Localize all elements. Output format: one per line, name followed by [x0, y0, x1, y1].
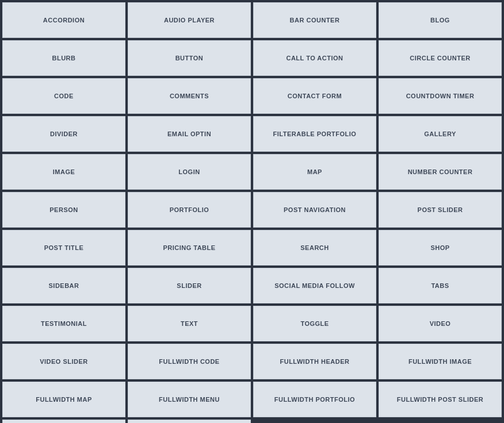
module-item-label: POST SLIDER	[415, 204, 465, 216]
module-item-label: ACCORDION	[41, 14, 87, 26]
module-item-testimonial[interactable]: TESTIMONIAL	[2, 306, 125, 341]
module-item-filterable-portfolio[interactable]: FILTERABLE PORTFOLIO	[253, 116, 376, 152]
module-item-login[interactable]: LOGIN	[128, 154, 251, 190]
module-item-empty	[379, 420, 502, 423]
module-item-label: VIDEO	[427, 318, 453, 329]
module-item-circle-counter[interactable]: CIRCLE COUNTER	[379, 40, 502, 76]
module-item-label: CALL TO ACTION	[284, 52, 345, 64]
module-item-fullwidth-post-title[interactable]: FULLWIDTH POST TITLE	[2, 420, 125, 423]
module-item-label: FILTERABLE PORTFOLIO	[271, 128, 359, 140]
module-item-label: CIRCLE COUNTER	[407, 52, 472, 64]
module-item-post-title[interactable]: POST TITLE	[2, 230, 125, 266]
module-item-label: LOGIN	[176, 166, 202, 178]
module-item-label: CODE	[52, 90, 76, 102]
module-grid: ACCORDIONAUDIO PLAYERBAR COUNTERBLOGBLUR…	[0, 0, 504, 423]
module-item-post-navigation[interactable]: POST NAVIGATION	[253, 192, 376, 228]
module-item-button[interactable]: BUTTON	[128, 40, 251, 76]
module-item-label: BLURB	[50, 52, 78, 64]
module-item-shop[interactable]: SHOP	[379, 230, 502, 266]
module-item-sidebar[interactable]: SIDEBAR	[2, 268, 125, 303]
module-item-label: DIVIDER	[48, 128, 80, 140]
module-item-label: SLIDER	[174, 280, 204, 291]
module-item-person[interactable]: PERSON	[2, 192, 125, 228]
module-item-countdown-timer[interactable]: COUNTDOWN TIMER	[379, 78, 502, 114]
module-item-label: BUTTON	[173, 52, 206, 64]
module-item-label: NUMBER COUNTER	[406, 166, 475, 178]
module-item-label: SHOP	[428, 242, 452, 253]
module-item-label: POST NAVIGATION	[281, 204, 348, 216]
module-item-label: VIDEO SLIDER	[37, 356, 90, 367]
module-item-fullwidth-post-slider[interactable]: FULLWIDTH POST SLIDER	[379, 382, 502, 417]
module-item-email-optin[interactable]: EMAIL OPTIN	[128, 116, 251, 152]
module-item-slider[interactable]: SLIDER	[128, 268, 251, 303]
module-item-label: FULLWIDTH POST SLIDER	[395, 394, 486, 405]
module-item-contact-form[interactable]: CONTACT FORM	[253, 78, 376, 114]
module-item-tabs[interactable]: TABS	[379, 268, 502, 303]
module-item-post-slider[interactable]: POST SLIDER	[379, 192, 502, 228]
module-item-empty	[253, 420, 376, 423]
module-item-label: AUDIO PLAYER	[162, 14, 217, 26]
module-item-video[interactable]: VIDEO	[379, 306, 502, 341]
module-item-label: SEARCH	[298, 242, 331, 253]
module-item-label: FULLWIDTH MENU	[156, 394, 222, 405]
module-item-call-to-action[interactable]: CALL TO ACTION	[253, 40, 376, 76]
module-item-label: FULLWIDTH IMAGE	[406, 356, 474, 367]
module-item-label: BAR COUNTER	[288, 14, 342, 26]
module-item-label: SOCIAL MEDIA FOLLOW	[272, 280, 357, 291]
module-item-portfolio[interactable]: PORTFOLIO	[128, 192, 251, 228]
module-item-accordion[interactable]: ACCORDION	[2, 2, 125, 38]
module-item-map[interactable]: MAP	[253, 154, 376, 190]
module-item-blog[interactable]: BLOG	[379, 2, 502, 38]
module-item-label: GALLERY	[422, 128, 459, 140]
module-item-label: FULLWIDTH CODE	[156, 356, 222, 367]
module-item-audio-player[interactable]: AUDIO PLAYER	[128, 2, 251, 38]
module-item-fullwidth-map[interactable]: FULLWIDTH MAP	[2, 382, 125, 417]
module-item-label: SIDEBAR	[46, 280, 81, 291]
module-item-social-media-follow[interactable]: SOCIAL MEDIA FOLLOW	[253, 268, 376, 303]
module-item-label: TOGGLE	[298, 318, 331, 329]
module-item-video-slider[interactable]: VIDEO SLIDER	[2, 344, 125, 379]
module-item-number-counter[interactable]: NUMBER COUNTER	[379, 154, 502, 190]
module-item-search[interactable]: SEARCH	[253, 230, 376, 266]
module-item-label: COMMENTS	[167, 90, 211, 102]
module-item-fullwidth-menu[interactable]: FULLWIDTH MENU	[128, 382, 251, 417]
module-item-label: FULLWIDTH HEADER	[277, 356, 352, 367]
module-item-pricing-table[interactable]: PRICING TABLE	[128, 230, 251, 266]
module-item-label: PRICING TABLE	[161, 242, 217, 253]
module-item-text[interactable]: TEXT	[128, 306, 251, 341]
module-item-label: POST TITLE	[42, 242, 86, 253]
module-item-blurb[interactable]: BLURB	[2, 40, 125, 76]
module-item-label: FULLWIDTH PORTFOLIO	[272, 394, 357, 405]
module-item-toggle[interactable]: TOGGLE	[253, 306, 376, 341]
module-item-label: EMAIL OPTIN	[165, 128, 213, 140]
module-item-label: TEXT	[178, 318, 200, 329]
module-item-comments[interactable]: COMMENTS	[128, 78, 251, 114]
module-item-gallery[interactable]: GALLERY	[379, 116, 502, 152]
module-item-label: TABS	[429, 280, 451, 291]
module-item-label: PERSON	[47, 204, 80, 216]
module-item-image[interactable]: IMAGE	[2, 154, 125, 190]
module-item-label: MAP	[305, 166, 324, 178]
module-item-bar-counter[interactable]: BAR COUNTER	[253, 2, 376, 38]
module-item-fullwidth-header[interactable]: FULLWIDTH HEADER	[253, 344, 376, 379]
module-item-divider[interactable]: DIVIDER	[2, 116, 125, 152]
module-item-label: FULLWIDTH MAP	[33, 394, 94, 405]
module-item-label: IMAGE	[51, 166, 78, 178]
module-item-fullwidth-portfolio[interactable]: FULLWIDTH PORTFOLIO	[253, 382, 376, 417]
module-item-code[interactable]: CODE	[2, 78, 125, 114]
module-item-label: COUNTDOWN TIMER	[404, 90, 477, 102]
module-item-fullwidth-code[interactable]: FULLWIDTH CODE	[128, 344, 251, 379]
module-item-label: CONTACT FORM	[285, 90, 344, 102]
module-item-label: BLOG	[428, 14, 452, 26]
module-item-fullwidth-image[interactable]: FULLWIDTH IMAGE	[379, 344, 502, 379]
module-item-fullwidth-slider[interactable]: FULLWIDTH SLIDER	[128, 420, 251, 423]
module-item-label: TESTIMONIAL	[39, 318, 89, 329]
module-item-label: PORTFOLIO	[167, 204, 212, 216]
